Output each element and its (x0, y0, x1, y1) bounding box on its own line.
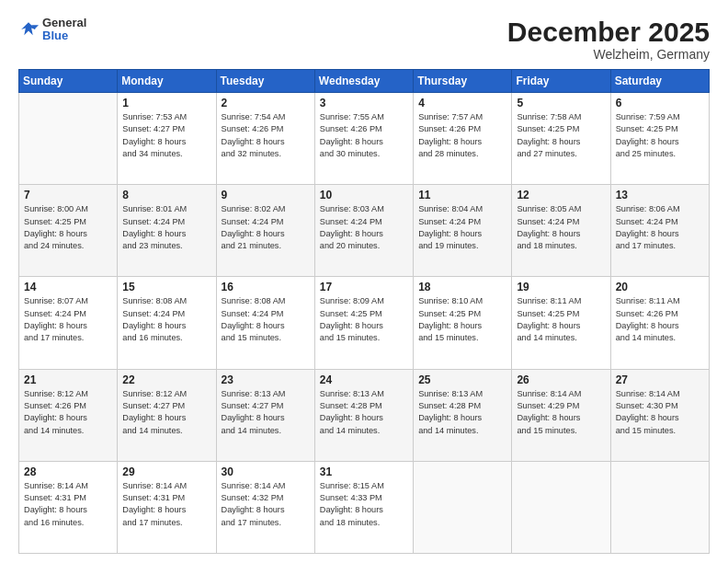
calendar-cell: 4Sunrise: 7:57 AMSunset: 4:26 PMDaylight… (414, 93, 512, 185)
day-number: 17 (320, 281, 408, 293)
day-number: 12 (517, 189, 605, 201)
day-info: Sunrise: 8:13 AMSunset: 4:28 PMDaylight:… (418, 388, 506, 437)
day-info: Sunrise: 8:07 AMSunset: 4:24 PMDaylight:… (24, 295, 112, 344)
day-info: Sunrise: 7:59 AMSunset: 4:25 PMDaylight:… (616, 111, 704, 160)
weekday-header-monday: Monday (118, 70, 216, 93)
calendar-cell: 28Sunrise: 8:14 AMSunset: 4:31 PMDayligh… (19, 461, 118, 553)
weekday-header-saturday: Saturday (610, 70, 709, 93)
calendar-cell: 1Sunrise: 7:53 AMSunset: 4:27 PMDaylight… (118, 93, 216, 185)
calendar-cell: 5Sunrise: 7:58 AMSunset: 4:25 PMDaylight… (512, 93, 610, 185)
day-number: 8 (122, 189, 210, 201)
logo-blue: Blue (42, 29, 86, 42)
calendar-cell: 27Sunrise: 8:14 AMSunset: 4:30 PMDayligh… (610, 369, 709, 461)
calendar-cell: 21Sunrise: 8:12 AMSunset: 4:26 PMDayligh… (19, 369, 118, 461)
calendar-cell (610, 461, 709, 553)
calendar-cell: 22Sunrise: 8:12 AMSunset: 4:27 PMDayligh… (118, 369, 216, 461)
calendar-cell: 17Sunrise: 8:09 AMSunset: 4:25 PMDayligh… (314, 277, 413, 369)
day-info: Sunrise: 8:08 AMSunset: 4:24 PMDaylight:… (222, 295, 310, 344)
day-info: Sunrise: 7:58 AMSunset: 4:25 PMDaylight:… (517, 111, 605, 160)
weekday-header-thursday: Thursday (414, 70, 512, 93)
day-info: Sunrise: 8:11 AMSunset: 4:25 PMDaylight:… (517, 295, 605, 344)
day-number: 11 (418, 189, 506, 201)
calendar-cell: 25Sunrise: 8:13 AMSunset: 4:28 PMDayligh… (414, 369, 512, 461)
calendar-cell: 24Sunrise: 8:13 AMSunset: 4:28 PMDayligh… (314, 369, 413, 461)
calendar-week-row: 14Sunrise: 8:07 AMSunset: 4:24 PMDayligh… (19, 277, 710, 369)
day-info: Sunrise: 7:54 AMSunset: 4:26 PMDaylight:… (222, 111, 310, 160)
calendar-cell: 26Sunrise: 8:14 AMSunset: 4:29 PMDayligh… (512, 369, 610, 461)
day-number: 2 (222, 97, 310, 109)
day-number: 7 (24, 189, 112, 201)
day-number: 18 (418, 281, 506, 293)
logo-general: General (42, 17, 86, 29)
location: Welzheim, Germany (507, 47, 710, 62)
day-info: Sunrise: 7:57 AMSunset: 4:26 PMDaylight:… (418, 111, 506, 160)
svg-marker-0 (21, 22, 36, 35)
calendar-cell: 12Sunrise: 8:05 AMSunset: 4:24 PMDayligh… (512, 185, 610, 277)
day-number: 6 (616, 97, 704, 109)
day-info: Sunrise: 8:14 AMSunset: 4:30 PMDaylight:… (616, 388, 704, 437)
logo: General Blue (18, 17, 86, 43)
day-info: Sunrise: 8:05 AMSunset: 4:24 PMDaylight:… (517, 203, 605, 252)
title-block: December 2025 Welzheim, Germany (507, 17, 710, 62)
calendar-header-row: SundayMondayTuesdayWednesdayThursdayFrid… (19, 70, 710, 93)
calendar-cell: 11Sunrise: 8:04 AMSunset: 4:24 PMDayligh… (414, 185, 512, 277)
day-info: Sunrise: 8:14 AMSunset: 4:32 PMDaylight:… (222, 480, 310, 529)
weekday-header-wednesday: Wednesday (314, 70, 413, 93)
day-number: 19 (517, 281, 605, 293)
calendar-cell: 15Sunrise: 8:08 AMSunset: 4:24 PMDayligh… (118, 277, 216, 369)
calendar-table: SundayMondayTuesdayWednesdayThursdayFrid… (18, 69, 710, 554)
day-number: 4 (418, 97, 506, 109)
day-number: 31 (320, 465, 408, 478)
weekday-header-friday: Friday (512, 70, 610, 93)
day-number: 5 (517, 97, 605, 109)
day-number: 29 (122, 465, 210, 478)
calendar-cell: 16Sunrise: 8:08 AMSunset: 4:24 PMDayligh… (216, 277, 314, 369)
day-number: 3 (320, 97, 408, 109)
day-number: 9 (222, 189, 310, 201)
calendar-cell: 13Sunrise: 8:06 AMSunset: 4:24 PMDayligh… (610, 185, 709, 277)
day-info: Sunrise: 8:13 AMSunset: 4:27 PMDaylight:… (222, 388, 310, 437)
calendar-cell (512, 461, 610, 553)
calendar-cell: 8Sunrise: 8:01 AMSunset: 4:24 PMDaylight… (118, 185, 216, 277)
calendar-week-row: 21Sunrise: 8:12 AMSunset: 4:26 PMDayligh… (19, 369, 710, 461)
calendar-cell: 20Sunrise: 8:11 AMSunset: 4:26 PMDayligh… (610, 277, 709, 369)
header: General Blue December 2025 Welzheim, Ger… (18, 17, 710, 62)
calendar-cell: 30Sunrise: 8:14 AMSunset: 4:32 PMDayligh… (216, 461, 314, 553)
day-number: 16 (222, 281, 310, 293)
day-info: Sunrise: 8:14 AMSunset: 4:31 PMDaylight:… (24, 480, 112, 529)
day-number: 22 (122, 373, 210, 386)
day-info: Sunrise: 8:01 AMSunset: 4:24 PMDaylight:… (122, 203, 210, 252)
calendar-cell (19, 93, 118, 185)
calendar-cell: 6Sunrise: 7:59 AMSunset: 4:25 PMDaylight… (610, 93, 709, 185)
day-number: 15 (122, 281, 210, 293)
weekday-header-sunday: Sunday (19, 70, 118, 93)
calendar-cell: 7Sunrise: 8:00 AMSunset: 4:25 PMDaylight… (19, 185, 118, 277)
day-number: 20 (616, 281, 704, 293)
day-number: 30 (222, 465, 310, 478)
day-info: Sunrise: 7:55 AMSunset: 4:26 PMDaylight:… (320, 111, 408, 160)
weekday-header-tuesday: Tuesday (216, 70, 314, 93)
day-info: Sunrise: 8:04 AMSunset: 4:24 PMDaylight:… (418, 203, 506, 252)
logo-text: General Blue (42, 17, 86, 43)
day-number: 24 (320, 373, 408, 386)
day-number: 14 (24, 281, 112, 293)
day-number: 23 (222, 373, 310, 386)
day-number: 1 (122, 97, 210, 109)
day-info: Sunrise: 8:14 AMSunset: 4:29 PMDaylight:… (517, 388, 605, 437)
page: General Blue December 2025 Welzheim, Ger… (0, 0, 728, 563)
day-info: Sunrise: 8:14 AMSunset: 4:31 PMDaylight:… (122, 480, 210, 529)
day-number: 27 (616, 373, 704, 386)
day-info: Sunrise: 8:02 AMSunset: 4:24 PMDaylight:… (222, 203, 310, 252)
day-number: 28 (24, 465, 112, 478)
calendar-cell: 31Sunrise: 8:15 AMSunset: 4:33 PMDayligh… (314, 461, 413, 553)
day-info: Sunrise: 8:09 AMSunset: 4:25 PMDaylight:… (320, 295, 408, 344)
calendar-cell: 14Sunrise: 8:07 AMSunset: 4:24 PMDayligh… (19, 277, 118, 369)
day-info: Sunrise: 8:08 AMSunset: 4:24 PMDaylight:… (122, 295, 210, 344)
day-info: Sunrise: 8:00 AMSunset: 4:25 PMDaylight:… (24, 203, 112, 252)
day-number: 21 (24, 373, 112, 386)
calendar-week-row: 7Sunrise: 8:00 AMSunset: 4:25 PMDaylight… (19, 185, 710, 277)
calendar-cell (414, 461, 512, 553)
day-info: Sunrise: 8:15 AMSunset: 4:33 PMDaylight:… (320, 480, 408, 529)
calendar-cell: 2Sunrise: 7:54 AMSunset: 4:26 PMDaylight… (216, 93, 314, 185)
day-info: Sunrise: 8:12 AMSunset: 4:26 PMDaylight:… (24, 388, 112, 437)
